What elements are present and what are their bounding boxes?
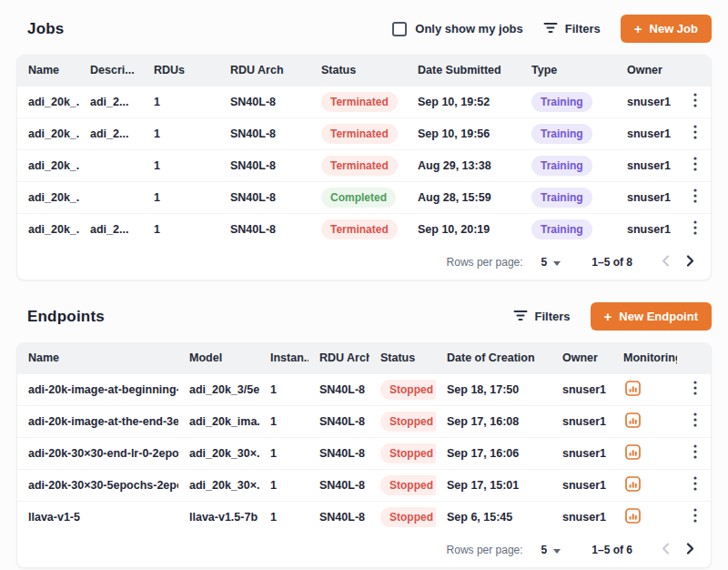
endpoints-col-rdu-arch: RDU Arch	[308, 343, 369, 373]
pagination-range: 1–5 of 6	[592, 544, 632, 556]
job-description	[79, 149, 143, 181]
jobs-controls: Only show my jobs Filters + New Job	[392, 15, 712, 43]
job-rdus: 1	[143, 181, 219, 213]
endpoint-row[interactable]: adi-20k-30×30-end-lr-0-2epoch... adi_20k…	[17, 437, 712, 469]
row-menu-button[interactable]	[692, 506, 699, 527]
job-description	[79, 181, 143, 213]
job-row[interactable]: adi_20k_... 1 SN40L-8 Completed Aug 28, …	[17, 181, 712, 213]
status-badge: Stopped	[380, 412, 436, 432]
jobs-section-header: Jobs Only show my jobs Filters + New Job	[16, 0, 712, 55]
endpoints-filters-label: Filters	[535, 310, 571, 323]
job-rdus: 1	[143, 213, 219, 245]
jobs-col-type: Type	[521, 56, 616, 86]
kebab-vertical-dots-icon	[693, 508, 697, 525]
endpoints-pagination: Rows per page: 5 1–5 of 6	[17, 533, 711, 567]
endpoint-date-of-creation: Sep 6, 15:45	[436, 501, 551, 533]
job-rdu-arch: SN40L-8	[219, 181, 310, 213]
row-menu-button[interactable]	[692, 155, 699, 176]
bar-chart-icon	[625, 412, 641, 431]
endpoint-name: adi-20k-30×30-5epochs-2epoc...	[17, 469, 178, 501]
jobs-title: Jobs	[27, 20, 64, 38]
jobs-filters-label: Filters	[565, 22, 601, 36]
endpoint-owner: snuser1	[551, 437, 612, 469]
prev-page-button[interactable]	[660, 253, 672, 271]
status-badge: Terminated	[321, 92, 398, 112]
endpoint-row[interactable]: adi-20k-image-at-beginning-3e... adi_20k…	[17, 373, 712, 405]
row-menu-button[interactable]	[692, 219, 699, 239]
job-row[interactable]: adi_20k_... 1 SN40L-8 Terminated Aug 29,…	[17, 149, 712, 181]
monitoring-button[interactable]	[623, 379, 642, 401]
endpoint-model: llava-v1.5-7b	[178, 501, 259, 533]
filter-icon	[513, 310, 528, 324]
endpoint-name: adi-20k-image-at-the-end-3epo...	[17, 405, 178, 437]
checkbox-unchecked-icon[interactable]	[392, 22, 407, 36]
row-menu-button[interactable]	[692, 443, 699, 463]
row-menu-button[interactable]	[692, 91, 699, 112]
job-date-submitted: Aug 28, 15:59	[407, 181, 521, 213]
status-badge: Terminated	[321, 156, 398, 176]
row-menu-button[interactable]	[692, 187, 699, 208]
rows-per-page-select[interactable]: 5	[540, 254, 563, 270]
endpoints-title: Endpoints	[27, 308, 105, 326]
status-badge: Terminated	[321, 124, 398, 144]
rows-per-page-label: Rows per page:	[447, 256, 523, 269]
kebab-vertical-dots-icon	[693, 157, 697, 174]
type-badge: Training	[531, 92, 592, 112]
status-badge: Stopped	[380, 507, 436, 527]
endpoint-instances: 1	[259, 469, 308, 501]
endpoint-row[interactable]: adi-20k-30×30-5epochs-2epoc... adi_20k_3…	[17, 469, 712, 501]
endpoint-owner: snuser1	[551, 405, 612, 437]
job-rdus: 1	[143, 149, 219, 181]
endpoint-date-of-creation: Sep 18, 17:50	[436, 373, 551, 405]
status-badge: Stopped	[380, 380, 436, 400]
monitoring-button[interactable]	[623, 443, 642, 464]
kebab-vertical-dots-icon	[693, 220, 697, 238]
job-name: adi_20k_...	[17, 86, 79, 117]
bar-chart-icon	[625, 444, 641, 463]
next-page-button[interactable]	[684, 253, 696, 271]
job-name: adi_20k_...	[17, 181, 79, 213]
row-menu-button[interactable]	[692, 379, 699, 400]
row-menu-button[interactable]	[692, 123, 699, 144]
monitoring-button[interactable]	[623, 474, 642, 496]
jobs-col-date-submitted: Date Submitted	[407, 56, 521, 86]
new-job-button[interactable]: + New Job	[621, 15, 712, 43]
endpoint-owner: snuser1	[551, 469, 612, 501]
endpoints-col-owner: Owner	[551, 343, 612, 373]
only-show-my-jobs-checkbox[interactable]: Only show my jobs	[392, 22, 522, 36]
job-row[interactable]: adi_20k_... adi_2... 1 SN40L-8 Terminate…	[17, 213, 712, 245]
jobs-section: Jobs Only show my jobs Filters + New Job	[16, 0, 712, 280]
endpoints-filters-button[interactable]: Filters	[513, 310, 571, 324]
row-menu-button[interactable]	[692, 474, 699, 495]
next-page-button[interactable]	[684, 541, 696, 559]
chevron-right-icon	[686, 543, 694, 557]
type-badge: Training	[531, 124, 592, 144]
monitoring-button[interactable]	[623, 411, 642, 433]
endpoint-row[interactable]: adi-20k-image-at-the-end-3epo... adi_20k…	[17, 405, 712, 437]
endpoints-col-date-of-creation: Date of Creation	[436, 343, 551, 373]
job-row[interactable]: adi_20k_... adi_2... 1 SN40L-8 Terminate…	[17, 117, 712, 149]
endpoints-controls: Filters + New Endpoint	[513, 302, 712, 331]
rows-per-page-select[interactable]: 5	[540, 542, 563, 558]
endpoint-instances: 1	[259, 501, 308, 533]
jobs-filters-button[interactable]: Filters	[543, 22, 601, 36]
job-row[interactable]: adi_20k_... adi_2... 1 SN40L-8 Terminate…	[17, 86, 712, 117]
endpoints-col-instances: Instan...	[259, 343, 308, 373]
endpoints-col-name: Name	[17, 343, 178, 373]
job-owner: snuser1	[616, 213, 677, 245]
chevron-left-icon	[662, 255, 670, 270]
job-description: adi_2...	[79, 213, 143, 245]
status-badge: Terminated	[321, 219, 398, 239]
jobs-col-name: Name	[17, 56, 79, 86]
pagination-range: 1–5 of 8	[592, 256, 632, 269]
job-rdu-arch: SN40L-8	[219, 149, 310, 181]
row-menu-button[interactable]	[692, 411, 699, 432]
bar-chart-icon	[625, 476, 641, 494]
endpoint-rdu-arch: SN40L-8	[308, 405, 369, 437]
endpoint-row[interactable]: llava-v1-5 llava-v1.5-7b 1 SN40L-8 Stopp…	[17, 501, 712, 533]
jobs-header-row: Name Descri... RDUs RDU Arch Status Date…	[17, 56, 712, 86]
prev-page-button[interactable]	[660, 541, 672, 559]
monitoring-button[interactable]	[623, 506, 642, 528]
new-endpoint-button[interactable]: + New Endpoint	[591, 302, 712, 331]
type-badge: Training	[531, 188, 592, 208]
